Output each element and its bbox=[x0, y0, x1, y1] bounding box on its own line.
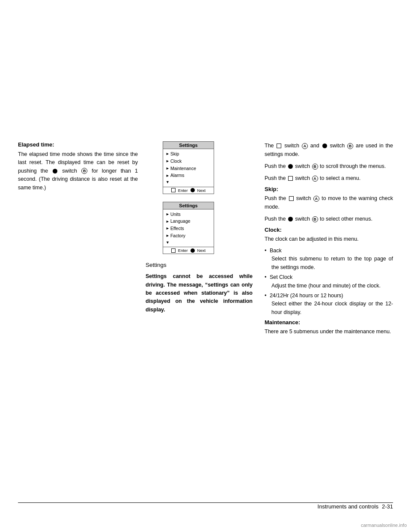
letter-b-badge-skip2: B bbox=[312, 216, 318, 222]
square-icon-enter bbox=[171, 188, 176, 192]
bullet-dot-back: • bbox=[265, 248, 266, 254]
watermark: carmanualsonline.info bbox=[361, 523, 407, 528]
list-item: ►Clock bbox=[166, 158, 211, 165]
circle-icon-next2 bbox=[191, 248, 195, 253]
arrow-icon: ► bbox=[166, 173, 170, 179]
push2-text1: Push the bbox=[265, 175, 286, 181]
list-item: ►Language bbox=[166, 218, 211, 225]
push1-text2: switch bbox=[295, 163, 310, 169]
left-column: Elapsed time: The elapsed time mode show… bbox=[18, 141, 138, 192]
arrow-icon: ► bbox=[166, 211, 170, 217]
bullet-setclock-body: Adjust the time (hour and minute) of the… bbox=[265, 282, 393, 290]
push2-line: Push the switch A to select a menu. bbox=[265, 174, 393, 182]
arrow-icon: ► bbox=[166, 158, 170, 164]
arrow-icon: ► bbox=[166, 233, 170, 239]
push1-text1: Push the bbox=[265, 163, 286, 169]
settings-box-2: Settings ►Units ►Language ►Effects ►Fact… bbox=[163, 202, 214, 254]
bullet-dot-24hr: • bbox=[265, 293, 266, 299]
circle-icon-b-intro bbox=[322, 143, 327, 148]
clock-text: The clock can be adjusted in this menu. bbox=[265, 235, 393, 243]
footer-page-number: 2-31 bbox=[382, 503, 393, 510]
list-item: ►Factory bbox=[166, 232, 211, 239]
bullet-back-title: Back bbox=[270, 248, 282, 254]
center-column: Settings ►Skip ►Clock ►Maintenance ►Alar… bbox=[146, 141, 253, 314]
elapsed-time-heading: Elapsed time: bbox=[18, 141, 138, 148]
circle-icon-next bbox=[191, 188, 195, 192]
elapsed-time-body: The elapsed time mode shows the time sin… bbox=[18, 150, 138, 192]
intro-line: The switch A and switch B are used in th… bbox=[265, 141, 393, 158]
bullet-24hr-title: 24/12Hr (24 hours or 12 hours) bbox=[270, 293, 343, 299]
arrow-icon: ► bbox=[166, 225, 170, 231]
list-item: ►Units bbox=[166, 211, 211, 218]
push2-text2: switch bbox=[295, 175, 310, 181]
skip1-text2: switch bbox=[296, 195, 311, 201]
intro-text1: The bbox=[265, 143, 274, 149]
footer-section-label: Instruments and controls bbox=[318, 503, 378, 510]
footer: Instruments and controls 2-31 bbox=[318, 503, 393, 510]
enter-label2: Enter bbox=[178, 248, 188, 253]
push2-text3: to select a menu. bbox=[320, 175, 360, 181]
skip2-text1: Push the bbox=[265, 216, 286, 222]
letter-b-badge-intro: B bbox=[347, 143, 353, 149]
bullet-back-body: Select this submenu to return to the top… bbox=[265, 255, 393, 272]
list-item: ►Maintenance bbox=[166, 165, 211, 172]
square-icon-enter2 bbox=[171, 248, 176, 253]
elapsed-body-text2: switch bbox=[62, 168, 77, 174]
maintenance-text: There are 5 submenus under the maintenan… bbox=[265, 327, 393, 336]
intro-text2: switch bbox=[284, 143, 299, 149]
skip1-text1: Push the bbox=[265, 195, 286, 201]
intro-text3: and bbox=[310, 143, 319, 149]
skip2-line: Push the switch B to select other menus. bbox=[265, 215, 393, 223]
settings-warning-bold: Settings cannot be accessed while drivin… bbox=[146, 273, 253, 313]
square-icon-push2 bbox=[288, 176, 293, 181]
bullet-24hr-body: Select either the 24-hour clock display … bbox=[265, 300, 393, 317]
list-item: ►Effects bbox=[166, 225, 211, 232]
skip2-text2: switch bbox=[295, 216, 310, 222]
skip1-line: Push the switch A to move to the warning… bbox=[265, 194, 393, 211]
list-item: ►Skip bbox=[166, 150, 211, 158]
list-item: ►Alarms bbox=[166, 172, 211, 179]
settings-section-title: Settings bbox=[146, 262, 253, 268]
arrow-icon: ► bbox=[166, 165, 170, 171]
bullet-back: • Back Select this submenu to return to … bbox=[265, 247, 393, 272]
circle-icon-push1 bbox=[288, 164, 293, 169]
intro-text4: switch bbox=[330, 143, 345, 149]
letter-a-badge-skip1: A bbox=[313, 196, 319, 202]
circle-icon-b-inline bbox=[53, 169, 57, 173]
letter-a-badge-intro: A bbox=[302, 143, 308, 149]
settings-box1-items: ►Skip ►Clock ►Maintenance ►Alarms ▼ bbox=[163, 149, 214, 187]
arrow-icon: ► bbox=[166, 218, 170, 224]
push1-text3: to scroll through the menus. bbox=[320, 163, 386, 169]
push1-line: Push the switch B to scroll through the … bbox=[265, 162, 393, 170]
settings-box-1: Settings ►Skip ►Clock ►Maintenance ►Alar… bbox=[163, 141, 214, 194]
enter-label: Enter bbox=[178, 188, 188, 193]
footer-divider bbox=[18, 502, 393, 503]
clock-heading: Clock: bbox=[265, 227, 393, 233]
settings-box2-title: Settings bbox=[163, 202, 214, 209]
intro-text5: are used in the settings mode. bbox=[265, 143, 393, 157]
right-column: The switch A and switch B are used in th… bbox=[265, 141, 393, 339]
settings-box2-items: ►Units ►Language ►Effects ►Factory ▼ bbox=[163, 209, 214, 247]
settings-box2-footer: Enter Next bbox=[163, 247, 214, 254]
next-label: Next bbox=[197, 188, 206, 193]
square-icon-a-intro bbox=[277, 143, 281, 148]
page-container: Elapsed time: The elapsed time mode show… bbox=[0, 0, 411, 532]
settings-box1-footer: Enter Next bbox=[163, 187, 214, 194]
bullet-setclock-title: Set Clock bbox=[270, 274, 293, 280]
skip-heading: Skip: bbox=[265, 186, 393, 192]
bullet-dot-setclock: • bbox=[265, 274, 266, 280]
maintenance-heading: Maintenance: bbox=[265, 319, 393, 326]
circle-icon-skip2 bbox=[288, 217, 293, 221]
square-icon-skip1 bbox=[289, 196, 294, 201]
arrow-icon: ► bbox=[166, 151, 170, 157]
bullet-24hr: • 24/12Hr (24 hours or 12 hours) Select … bbox=[265, 292, 393, 317]
next-label2: Next bbox=[197, 248, 206, 253]
bullet-setclock: • Set Clock Adjust the time (hour and mi… bbox=[265, 273, 393, 290]
letter-b-badge-left: B bbox=[81, 168, 87, 174]
settings-warning: Settings cannot be accessed while drivin… bbox=[146, 272, 253, 314]
letter-a-badge-push2: A bbox=[312, 176, 318, 182]
skip2-text3: to select other menus. bbox=[320, 216, 372, 222]
settings-box1-title: Settings bbox=[163, 142, 214, 149]
letter-b-badge-push1: B bbox=[312, 164, 318, 170]
